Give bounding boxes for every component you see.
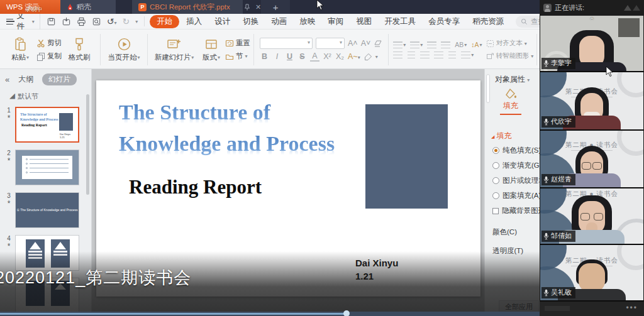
- font-size-select[interactable]: [316, 38, 345, 49]
- play-from-current-button[interactable]: 当页开始▾: [104, 32, 144, 67]
- collapse-videos-icon[interactable]: ⌃: [589, 16, 594, 25]
- ribbon-collapse-icon[interactable]: ▾: [135, 19, 138, 25]
- columns-button[interactable]: ▾: [461, 52, 474, 58]
- font-family-select[interactable]: [260, 38, 313, 49]
- pin-tab-icon[interactable]: [244, 4, 250, 11]
- menu-item-slideshow[interactable]: 放映: [294, 15, 321, 28]
- layout-button[interactable]: 版式▾: [197, 32, 225, 67]
- text-direction-button[interactable]: AB▾: [455, 41, 467, 48]
- radio-solid-fill[interactable]: 纯色填充(S): [492, 146, 540, 155]
- transparency-label[interactable]: 透明度(T): [492, 246, 523, 256]
- file-menu[interactable]: 文件 ▾: [16, 11, 40, 32]
- cut-label: 剪切: [47, 38, 62, 48]
- menu-item-daoke-res[interactable]: 稻壳资源: [467, 15, 509, 28]
- participant-video-2[interactable]: 第二期 ● 读书会 代欣宇: [540, 72, 643, 131]
- radio-gradient-fill[interactable]: 渐变填充(G): [492, 161, 540, 170]
- close-tab-icon[interactable]: ✕: [255, 3, 261, 11]
- save-icon[interactable]: [47, 17, 56, 26]
- paste-button[interactable]: 粘贴▾: [4, 32, 36, 67]
- menu-item-view[interactable]: 视图: [350, 15, 377, 28]
- print-icon[interactable]: [77, 17, 86, 26]
- reset-button[interactable]: 重置: [225, 38, 250, 48]
- radio-picture-fill[interactable]: 图片或纹理填充: [492, 176, 540, 185]
- cut-button[interactable]: 剪切: [36, 38, 62, 48]
- slide-thumbnail-4[interactable]: [15, 235, 79, 271]
- italic-button[interactable]: I: [272, 52, 282, 61]
- section-header[interactable]: ◢ 默认节: [0, 88, 91, 102]
- align-text-button[interactable]: 对齐文本▾: [486, 39, 534, 48]
- video-progress-bar[interactable]: [0, 312, 540, 316]
- panel-scrollbar[interactable]: [486, 74, 490, 103]
- menu-item-design[interactable]: 设计: [209, 15, 236, 28]
- participant-video-1[interactable]: ⌃ 李擎宇: [540, 16, 643, 72]
- subscript-button[interactable]: X₂: [335, 52, 345, 61]
- tab-wps-app[interactable]: WPS 演示 录制中: [0, 0, 60, 14]
- apply-all-button[interactable]: 全部应用: [499, 300, 539, 313]
- fill-section-header[interactable]: 填充: [491, 131, 511, 141]
- fill-tab[interactable]: 填充: [500, 88, 521, 115]
- tab-outline[interactable]: 大纲: [18, 74, 33, 85]
- section-button[interactable]: 节▾: [225, 52, 250, 61]
- participant-video-4[interactable]: 第二期 ● 读书会 邹倩如: [540, 188, 643, 245]
- slide-rectangle-shape[interactable]: [365, 104, 448, 209]
- strikethrough-button[interactable]: S: [297, 52, 307, 61]
- export-icon[interactable]: [62, 17, 71, 26]
- redo-icon[interactable]: ↻: [123, 16, 130, 26]
- line-spacing-button[interactable]: ↕A▾: [471, 41, 482, 48]
- new-tab-button[interactable]: +: [261, 0, 290, 14]
- format-painter-button[interactable]: 格式刷: [62, 32, 97, 67]
- increase-indent-button[interactable]: [441, 41, 450, 48]
- align-center-button[interactable]: [408, 52, 415, 58]
- align-left-button[interactable]: [393, 52, 402, 58]
- font-color-button[interactable]: A: [310, 52, 319, 62]
- char-effect-button[interactable]: A~▾: [348, 52, 360, 61]
- justify-button[interactable]: [434, 52, 443, 58]
- numbered-list-button[interactable]: ▾: [410, 41, 423, 48]
- print-preview-icon[interactable]: [92, 17, 101, 26]
- tab-slides[interactable]: 幻灯片: [42, 74, 77, 85]
- decrease-indent-button[interactable]: [427, 41, 436, 48]
- menu-item-member[interactable]: 会员专享: [423, 15, 465, 28]
- clear-format-icon[interactable]: [374, 40, 382, 48]
- slide-thumbnail-2[interactable]: [15, 150, 79, 185]
- copy-button[interactable]: 复制: [36, 52, 62, 61]
- radio-pattern-fill[interactable]: 图案填充(A): [492, 191, 540, 200]
- menu-item-devtools[interactable]: 开发工具: [379, 15, 421, 28]
- slide-subtitle[interactable]: Reading Report: [129, 176, 262, 199]
- collapse-sidebar-icon[interactable]: «: [5, 75, 9, 84]
- slide-author-block[interactable]: Dai Xinyu 1.21: [355, 256, 398, 283]
- panel-title[interactable]: 对象属性 ▾: [495, 74, 530, 85]
- menu-item-animation[interactable]: 动画: [265, 15, 292, 28]
- highlighter-icon[interactable]: [364, 53, 372, 61]
- slide-editor[interactable]: The Structure of Knowledge and Process R…: [96, 80, 480, 297]
- tab-document[interactable]: P CBCI Report 代欣宇.pptx: [132, 0, 243, 14]
- menu-item-transition[interactable]: 切换: [237, 15, 264, 28]
- slide-thumbnail-3[interactable]: ① The Structure of Knowledge and Process: [15, 192, 79, 228]
- menu-item-insert[interactable]: 插入: [180, 15, 208, 28]
- align-right-button[interactable]: [420, 52, 430, 58]
- participant-video-3[interactable]: 第二期 ● 读书会 赵煜青: [540, 131, 643, 188]
- color-label[interactable]: 颜色(C): [492, 227, 517, 237]
- more-options-icon[interactable]: •••: [626, 303, 638, 312]
- tab-daoke[interactable]: 稻壳: [60, 0, 116, 14]
- progress-handle[interactable]: [343, 310, 350, 316]
- sidebar-scrollbar[interactable]: [86, 94, 89, 195]
- increase-font-icon[interactable]: A˄: [348, 39, 358, 48]
- bold-button[interactable]: B: [260, 52, 269, 61]
- participant-video-5[interactable]: 第二期 ● 读书会 吴礼敬: [540, 245, 643, 302]
- slide-star-marker: *: [5, 199, 13, 208]
- distribute-button[interactable]: [448, 52, 456, 58]
- decrease-font-icon[interactable]: A˅: [361, 39, 371, 48]
- new-slide-button[interactable]: 新建幻灯片▾: [151, 32, 197, 67]
- bullet-list-button[interactable]: ▾: [393, 41, 406, 48]
- undo-icon[interactable]: ↺▾: [107, 16, 117, 26]
- underline-button[interactable]: U: [285, 52, 294, 61]
- checkbox-hide-background[interactable]: 隐藏背景图形: [492, 206, 540, 215]
- slide-thumbnail-1[interactable]: The Structure ofKnowledge and Process Re…: [15, 107, 79, 143]
- slide-title[interactable]: The Structure of Knowledge and Process: [119, 97, 335, 160]
- menu-item-review[interactable]: 审阅: [322, 15, 349, 28]
- superscript-button[interactable]: X²: [323, 52, 332, 61]
- hamburger-icon[interactable]: [6, 19, 13, 25]
- smart-graphic-button[interactable]: 转智能图形▾: [486, 52, 534, 60]
- menu-item-home[interactable]: 开始: [150, 15, 179, 28]
